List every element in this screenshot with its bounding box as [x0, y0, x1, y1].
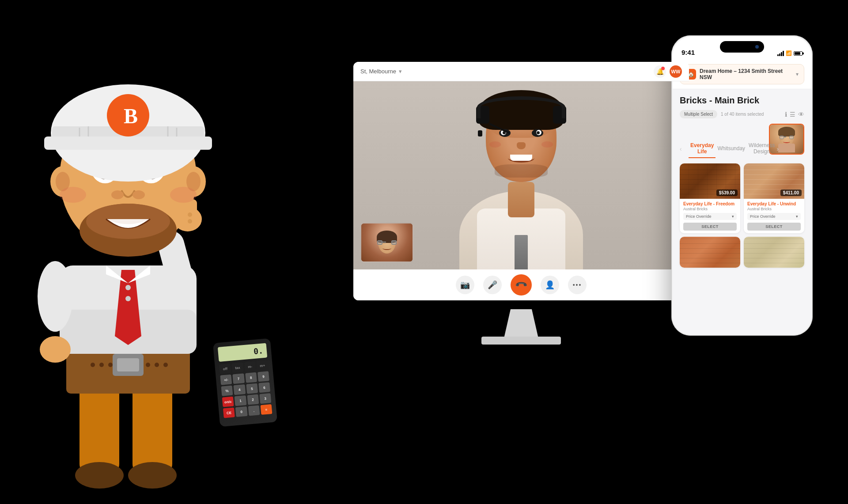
thumbnail-person: [361, 224, 413, 261]
status-icons: 📶: [777, 50, 803, 56]
filter-icons: ℹ ☰ 👁: [785, 111, 804, 118]
monitor-wrapper: St, Melbourne ▾ 🔔 WW: [353, 62, 716, 345]
svg-point-53: [125, 285, 131, 290]
video-person-main: [353, 81, 689, 269]
svg-point-55: [75, 462, 124, 489]
brick-name-1: Everyday Life - Freedom: [683, 201, 737, 206]
notification-icon[interactable]: 🔔: [654, 65, 666, 78]
phone-wrapper: 9:41 📶: [671, 35, 813, 336]
brick-card-3: [680, 237, 740, 268]
svg-point-38: [111, 190, 124, 199]
brick-image-3: [680, 237, 740, 268]
location-chevron: ▾: [399, 68, 402, 75]
notification-dot: [661, 67, 665, 70]
battery-fill: [795, 52, 800, 55]
signal-bar-2: [779, 53, 780, 56]
monitor-base: [481, 337, 561, 345]
svg-rect-1: [132, 385, 172, 473]
camera-button[interactable]: 📷: [456, 276, 474, 294]
brick-brand-1: Austral Bricks: [683, 207, 737, 211]
svg-point-7: [108, 363, 113, 367]
character-mascot: B: [0, 62, 265, 504]
svg-point-8: [146, 363, 150, 367]
brick-price-2: $411.00: [780, 189, 802, 196]
select-button-1[interactable]: SELECT: [683, 223, 737, 231]
svg-text:B: B: [124, 104, 138, 128]
user-avatar[interactable]: WW: [670, 65, 682, 78]
category-section: ‹ Everyday Life Whitsunday Wilderness De…: [680, 124, 804, 163]
monitor-screen: St, Melbourne ▾ 🔔 WW: [353, 62, 689, 300]
phone-body: 9:41 📶: [671, 35, 813, 336]
video-header-left: St, Melbourne ▾: [360, 68, 402, 75]
brick-info-2: Everyday Life - Unwind Austral Bricks Pr…: [744, 199, 804, 233]
selection-count: 1 of 40 items selected: [721, 112, 764, 117]
svg-point-56: [128, 462, 177, 489]
svg-point-39: [132, 190, 145, 199]
list-view-icon[interactable]: ☰: [790, 111, 795, 118]
project-name: Dream Home – 1234 Smith Street NSW: [700, 68, 792, 80]
svg-point-16: [38, 261, 73, 332]
brick-image-2: $411.00: [744, 163, 804, 199]
brick-image-1: $539.00: [680, 163, 740, 199]
category-prev-arrow[interactable]: ‹: [680, 145, 689, 152]
phone-inner: 9:41 📶: [673, 37, 811, 334]
brick-info-1: Everyday Life - Freedom Austral Bricks P…: [680, 199, 740, 233]
svg-rect-46: [44, 136, 212, 150]
category-next-arrow[interactable]: ›: [776, 145, 785, 152]
tab-whitsunday[interactable]: Whitsunday: [716, 143, 747, 155]
phone-main-content: Bricks - Main Brick Multiple Select 1 of…: [673, 89, 811, 274]
hide-icon[interactable]: 👁: [798, 111, 804, 118]
svg-point-43: [170, 187, 197, 203]
info-icon[interactable]: ℹ: [785, 111, 787, 118]
svg-point-17: [40, 336, 71, 363]
video-main: [353, 81, 689, 269]
brick-grid: $539.00 Everyday Life - Freedom Austral …: [680, 163, 804, 268]
signal-bars-icon: [777, 51, 784, 56]
brick-card-1: $539.00 Everyday Life - Freedom Austral …: [680, 163, 740, 233]
svg-point-21: [188, 212, 192, 217]
more-options-button[interactable]: •••: [568, 276, 587, 294]
svg-point-9: [155, 363, 159, 367]
project-chevron-icon: ▾: [796, 71, 799, 77]
tab-wilderness-design[interactable]: Wilderness Design: [747, 140, 776, 158]
brick-card-2: $411.00 Everyday Life - Unwind Austral B…: [744, 163, 804, 233]
status-time: 9:41: [681, 49, 695, 56]
multiple-select-pill[interactable]: Multiple Select: [680, 110, 717, 118]
add-person-button[interactable]: 👤: [541, 276, 559, 294]
end-call-button[interactable]: 📞: [511, 274, 532, 296]
monitor-stand: [504, 309, 539, 340]
microphone-button[interactable]: 🎤: [483, 276, 502, 294]
svg-point-5: [91, 363, 95, 367]
phone-top-bar: 🏠 Dream Home – 1234 Smith Street NSW ▾: [673, 59, 811, 89]
character-svg: B: [0, 62, 265, 504]
location-text: St, Melbourne: [360, 68, 396, 75]
tab-everyday-life[interactable]: Everyday Life: [689, 140, 716, 158]
price-override-2[interactable]: Price Override ▾: [747, 213, 801, 220]
brick-brand-2: Austral Bricks: [747, 207, 801, 211]
wifi-icon: 📶: [786, 50, 792, 56]
svg-point-6: [99, 363, 104, 367]
brick-image-4: [744, 237, 804, 268]
svg-point-10: [163, 363, 168, 367]
svg-point-22: [188, 219, 192, 224]
video-thumbnail: [360, 223, 413, 262]
battery-icon: [794, 51, 803, 56]
call-controls-bar: 📷 🎤 📞 👤 •••: [353, 269, 689, 300]
signal-bar-1: [777, 54, 779, 56]
select-button-2[interactable]: SELECT: [747, 223, 801, 231]
brick-name-2: Everyday Life - Unwind: [747, 201, 801, 206]
project-selector[interactable]: 🏠 Dream Home – 1234 Smith Street NSW ▾: [680, 64, 804, 84]
svg-rect-4: [117, 358, 139, 371]
signal-bar-3: [781, 52, 782, 56]
brick-filters-row: Multiple Select 1 of 40 items selected ℹ…: [680, 110, 804, 118]
price-override-1[interactable]: Price Override ▾: [683, 213, 737, 220]
phone-content: 🏠 Dream Home – 1234 Smith Street NSW ▾ B…: [673, 59, 811, 334]
svg-rect-0: [80, 385, 119, 473]
brick-price-1: $539.00: [716, 189, 738, 196]
svg-point-54: [125, 296, 131, 301]
brick-section-title: Bricks - Main Brick: [680, 95, 804, 106]
signal-bar-4: [783, 51, 784, 56]
category-tabs: ‹ Everyday Life Whitsunday Wilderness De…: [680, 140, 765, 158]
dynamic-island: [720, 41, 764, 53]
video-header-right: 🔔 WW: [654, 65, 682, 78]
